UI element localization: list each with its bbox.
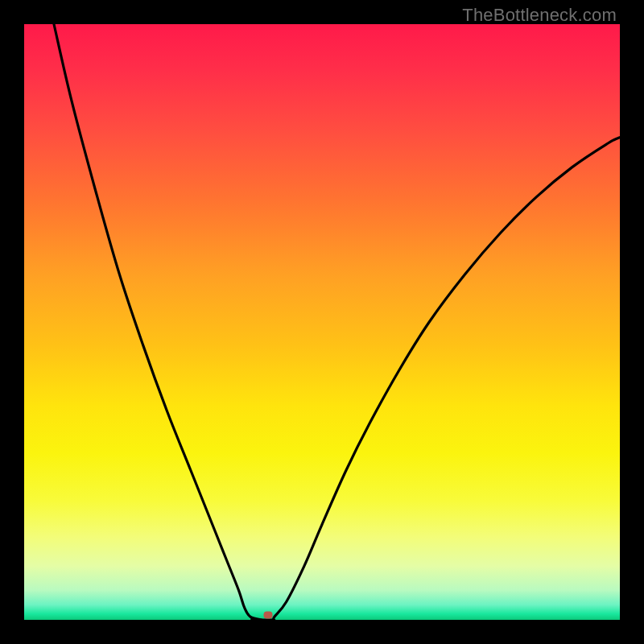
bottleneck-curve bbox=[24, 24, 620, 620]
curve-path bbox=[54, 24, 620, 620]
watermark-text: TheBottleneck.com bbox=[462, 5, 617, 26]
data-point-marker bbox=[264, 612, 273, 619]
plot-frame bbox=[24, 24, 620, 620]
